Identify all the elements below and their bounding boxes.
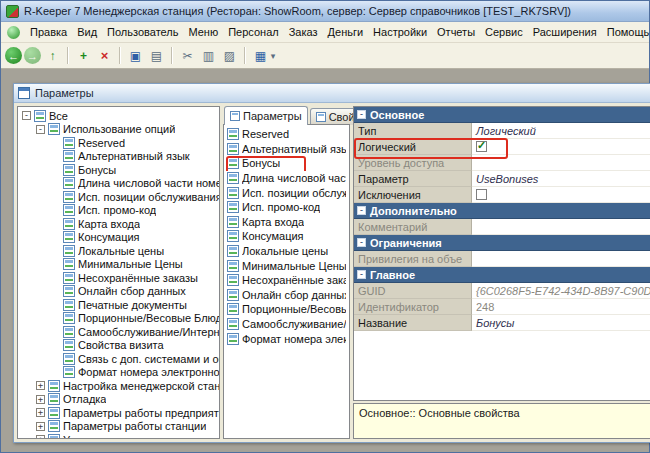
tree-item[interactable]: Альтернативный язык xyxy=(20,150,219,164)
tree-expander-icon[interactable] xyxy=(51,314,60,323)
list-item[interactable]: Минимальные Цены xyxy=(226,258,347,273)
tree-expander-icon[interactable] xyxy=(51,138,60,147)
menu-item[interactable]: Отчеты xyxy=(432,23,480,41)
menu-item[interactable]: Расширения xyxy=(528,23,602,41)
menu-item[interactable]: Деньги xyxy=(323,23,369,41)
tree-expander-icon[interactable] xyxy=(51,287,60,296)
property-value-cell[interactable] xyxy=(472,187,650,203)
paste-icon[interactable]: ▨ xyxy=(220,46,239,65)
tree-expander-icon[interactable] xyxy=(51,206,60,215)
tree-item[interactable]: Онлайн сбор данных xyxy=(20,285,219,299)
inspector-row[interactable]: - Уровень доступа xyxy=(354,155,650,171)
tree-expander-icon[interactable] xyxy=(51,179,60,188)
inspector-row[interactable]: - Дополнительно xyxy=(354,203,650,219)
menu-item[interactable]: Помощь xyxy=(602,23,649,41)
tree-expander-icon[interactable] xyxy=(51,327,60,336)
tree-expander-icon[interactable]: - xyxy=(36,125,45,134)
property-value-cell[interactable]: Бонусы xyxy=(472,315,650,331)
inspector-row[interactable]: - Основное xyxy=(354,107,650,123)
menu-item[interactable]: Меню xyxy=(183,23,223,41)
tree-expander-icon[interactable] xyxy=(51,165,60,174)
checkbox[interactable] xyxy=(476,189,487,200)
tree-expander-icon[interactable]: + xyxy=(36,435,45,439)
tree-item[interactable]: Исп. позиции обслуживания xyxy=(20,190,219,204)
tree-expander-icon[interactable] xyxy=(51,152,60,161)
list-item[interactable]: Онлайн сбор данных xyxy=(226,288,347,303)
menu-item[interactable]: Сервис xyxy=(480,23,528,41)
cut-icon[interactable]: ✂ xyxy=(178,46,197,65)
menu-item[interactable]: Заказ xyxy=(284,23,323,41)
tree-expander-icon[interactable]: + xyxy=(36,381,45,390)
parameters-window-titlebar[interactable]: Параметры xyxy=(14,84,650,103)
list-item[interactable]: Порционные/Весовые Блюд xyxy=(226,302,347,317)
tree-expander-icon[interactable] xyxy=(51,219,60,228)
tree-expander-icon[interactable] xyxy=(51,246,60,255)
tree-item[interactable]: Карта входа xyxy=(20,217,219,231)
property-value-cell[interactable]: Логический xyxy=(472,123,650,139)
titlebar[interactable]: R-Keeper 7 Менеджерская станция (Рестора… xyxy=(1,1,649,22)
caret-down-icon[interactable]: ▾ xyxy=(268,46,278,65)
inspector-row[interactable]: - Параметр UseBonuses xyxy=(354,171,650,187)
collapse-icon[interactable]: - xyxy=(357,270,366,279)
checkbox[interactable] xyxy=(476,141,487,152)
property-value-cell[interactable]: {6C0268F5-E742-434D-8B97-C90D7E1984E4} xyxy=(472,283,650,299)
tree-expander-icon[interactable] xyxy=(51,341,60,350)
list-item[interactable]: Формат номера электронно xyxy=(226,331,347,346)
tree-item[interactable]: Печатные документы xyxy=(20,298,219,312)
tree-item[interactable]: Формат номера электронной п xyxy=(20,366,219,380)
menu-item[interactable]: Правка xyxy=(25,23,72,41)
menu-orb-icon[interactable] xyxy=(7,26,20,39)
tree-item[interactable]: - Использование опций xyxy=(20,123,219,137)
save-icon[interactable]: ▣ xyxy=(126,46,145,65)
tree-item[interactable]: Reserved xyxy=(20,136,219,150)
property-value-cell[interactable] xyxy=(472,155,650,171)
tree-item[interactable]: + Параметры работы предприятия xyxy=(20,406,219,420)
menu-item[interactable]: Настройки xyxy=(368,23,432,41)
tree-item[interactable]: Бонусы xyxy=(20,163,219,177)
inspector-row[interactable]: - Идентификатор 248 xyxy=(354,299,650,315)
tree-item[interactable]: Минимальные Цены xyxy=(20,258,219,272)
inspector-row[interactable]: - Исключения xyxy=(354,187,650,203)
tree-item[interactable]: + Настройка менеджерской станции xyxy=(20,379,219,393)
tree-item[interactable]: + Установочные xyxy=(20,433,219,439)
menu-item[interactable]: Вид xyxy=(72,23,102,41)
inspector-row[interactable]: - Логический xyxy=(354,139,650,155)
tree-expander-icon[interactable] xyxy=(51,368,60,377)
tab-parameters[interactable]: Параметры xyxy=(224,106,308,125)
tree-item[interactable]: + Параметры работы станции xyxy=(20,420,219,434)
tree-expander-icon[interactable] xyxy=(51,260,60,269)
list-item[interactable]: Reserved xyxy=(226,127,347,142)
list-item[interactable]: Карта входа xyxy=(226,215,347,230)
list-item[interactable]: Бонусы xyxy=(226,156,347,171)
tree-expander-icon[interactable]: - xyxy=(22,111,31,120)
list-item[interactable]: Длина числовой части номер xyxy=(226,171,347,186)
tree-expander-icon[interactable]: + xyxy=(36,408,45,417)
collapse-icon[interactable]: - xyxy=(357,238,366,247)
delete-icon[interactable]: × xyxy=(95,46,114,65)
collapse-icon[interactable]: - xyxy=(357,110,366,119)
inspector-row[interactable]: - Тип Логический xyxy=(354,123,650,139)
separator[interactable] xyxy=(67,47,69,64)
tree-expander-icon[interactable] xyxy=(51,233,60,242)
list-item[interactable]: Локальные цены xyxy=(226,244,347,259)
tree-expander-icon[interactable] xyxy=(51,192,60,201)
inspector-row[interactable]: - GUID {6C0268F5-E742-434D-8B97-C90D7E19… xyxy=(354,283,650,299)
tree-item[interactable]: Длина числовой части номера з xyxy=(20,177,219,191)
menu-item[interactable]: Пользователь xyxy=(102,23,183,41)
inspector-row[interactable]: - Комментарий xyxy=(354,219,650,235)
tree-expander-icon[interactable] xyxy=(51,354,60,363)
list-item[interactable]: Консумация xyxy=(226,229,347,244)
property-value-cell[interactable]: UseBonuses xyxy=(472,171,650,187)
print-icon[interactable]: ▤ xyxy=(147,46,166,65)
list-item[interactable]: Исп. промо-код xyxy=(226,200,347,215)
tree-item[interactable]: - Все xyxy=(20,109,219,123)
tree-item[interactable]: Свойства визита xyxy=(20,339,219,353)
separator[interactable] xyxy=(244,47,246,64)
list-item[interactable]: Исп. позиции обслуживания xyxy=(226,185,347,200)
copy-icon[interactable]: ▥ xyxy=(199,46,218,65)
menu-item[interactable]: Персонал xyxy=(223,23,284,41)
inspector-row[interactable]: - Главное xyxy=(354,267,650,283)
back-icon[interactable]: ← xyxy=(5,47,22,64)
tree-item[interactable]: Порционные/Весовые Блюда xyxy=(20,312,219,326)
separator[interactable] xyxy=(119,47,121,64)
